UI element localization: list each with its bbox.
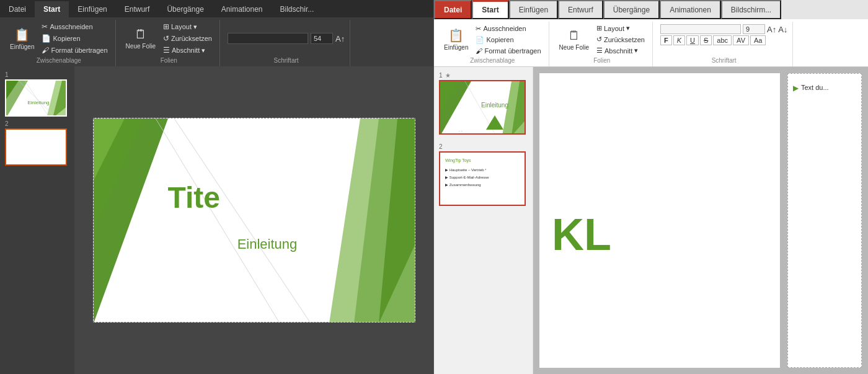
layout-chevron-right: ▾ (626, 24, 630, 32)
format-uebertragen-btn-left[interactable]: 🖌 Format übertragen (39, 45, 110, 56)
tab-animationen-right[interactable]: Animationen (660, 0, 721, 19)
tab-animationen-left[interactable]: Animationen (213, 1, 272, 17)
slide-thumb-2-left[interactable]: 2 (5, 120, 69, 166)
svg-text:WingTip Toys: WingTip Toys (445, 158, 471, 163)
tab-bildschirm-right[interactable]: Bildschirm... (721, 0, 781, 19)
ribbon-group-folien-left: 🗒 Neue Folie ⊞ Layout ▾ ↺ Zurücksetzen ☰ (118, 20, 220, 66)
slides-area-left: 1 Einleitung 2 (0, 66, 433, 374)
svg-rect-8 (6, 130, 67, 166)
slide-thumbnails-right: 1 ★ Einleitung - - (434, 67, 533, 374)
ribbon-group-zwischenablage-right: 📋 Einfügen ✂ Ausschneiden 📄 Kopieren 🖌 F… (436, 22, 549, 66)
slide-canvas-kl-right[interactable]: KL (539, 73, 780, 368)
bold-btn-right[interactable]: F (660, 35, 672, 45)
tab-start-right[interactable]: Start (472, 0, 508, 19)
zwischenablage-label-left: Zwischenablage (7, 56, 110, 64)
slide-text-canvas-right[interactable]: ▶ Text du... (787, 73, 862, 368)
section-icon-left: ☰ (163, 46, 170, 55)
schriftart-inputs-right: A↑ A↓ F K U S abc AV Aa (660, 23, 787, 47)
schriftart-label-left: Schriftart (228, 56, 345, 64)
font-row-2-right: F K U S abc AV Aa (660, 35, 787, 45)
spacing-btn-right[interactable]: AV (733, 35, 749, 45)
tab-datei-right[interactable]: Datei (434, 0, 472, 19)
strikethrough-btn-right[interactable]: S (700, 35, 712, 45)
slide-kl-svg-right: KL (539, 73, 780, 368)
clipboard-actions-right: ✂ Ausschneiden 📄 Kopieren 🖌 Format übert… (473, 24, 543, 56)
slide-2-svg-left (6, 130, 67, 166)
format-uebertragen-btn-right[interactable]: 🖌 Format übertragen (473, 46, 543, 56)
slide-canvas-left[interactable]: Einleitung Tite (93, 118, 415, 323)
slide-thumb-img-1-left: Einleitung (5, 79, 67, 117)
layout-chevron-left: ▾ (193, 23, 197, 31)
abschnitt-btn-right[interactable]: ☰ Abschnitt ▾ (594, 45, 647, 56)
kopieren-btn-right[interactable]: 📄 Kopieren (473, 35, 543, 45)
ribbon-group-folien-right: 🗒 Neue Folie ⊞ Layout ▾ ↺ Zurücksetzen ☰ (552, 22, 653, 66)
layout-btn-left[interactable]: ⊞ Layout ▾ (161, 21, 215, 32)
slide-thumbnails-left: 1 Einleitung 2 (0, 66, 74, 374)
svg-text:▶ Zusammenfassung: ▶ Zusammenfassung (445, 183, 481, 187)
slide-number-2-right: 2 (439, 143, 528, 150)
main-area-right: KL ▶ Text du... (533, 67, 868, 374)
font-grow-btn-left[interactable]: A↑ (335, 34, 345, 43)
underline-btn-right[interactable]: U (686, 35, 699, 45)
ribbon-group-schriftart-left: A↑ Schriftart (223, 20, 350, 66)
tab-einfuegen-left[interactable]: Einfügen (69, 1, 115, 17)
font-name-input-left[interactable] (228, 33, 308, 44)
slide-2-svg-right: WingTip Toys ▶ Hauptseite – Vertrieb ¹ ▶… (440, 153, 526, 206)
ausschneiden-btn-right[interactable]: ✂ Ausschneiden (473, 24, 543, 34)
slide-thumb-1-right[interactable]: 1 ★ Einleitung - - (439, 72, 528, 135)
ausschneiden-btn-left[interactable]: ✂ Ausschneiden (39, 21, 110, 32)
text-du-area: ▶ Text du... (793, 84, 856, 92)
main-slide-area-left: Einleitung Tite (74, 66, 433, 374)
reset-icon-left: ↺ (163, 34, 169, 43)
slide-number-1-left: 1 (5, 71, 69, 78)
scissors-icon-left: ✂ (42, 22, 48, 31)
folien-content-left: 🗒 Neue Folie ⊞ Layout ▾ ↺ Zurücksetzen ☰ (123, 21, 215, 56)
kopieren-btn-left[interactable]: 📄 Kopieren (39, 33, 110, 44)
paste-icon-left: 📋 (14, 27, 30, 42)
font-name-input-right[interactable] (660, 24, 741, 34)
font-size-input-left[interactable] (311, 33, 333, 44)
zuruecksetzen-btn-left[interactable]: ↺ Zurücksetzen (161, 33, 215, 44)
ribbon-content-left: 📋 Einfügen ✂ Ausschneiden 📄 Kopieren 🖌 F… (0, 17, 433, 66)
svg-text:▶ Hauptseite – Vertrieb ¹: ▶ Hauptseite – Vertrieb ¹ (445, 168, 486, 172)
arrow-icon-right: ▶ (793, 84, 799, 92)
tab-einfuegen-right[interactable]: Einfügen (509, 0, 558, 19)
folie-actions-right: ⊞ Layout ▾ ↺ Zurücksetzen ☰ Abschnitt ▾ (594, 23, 647, 56)
font-shrink-btn-right[interactable]: A↓ (778, 25, 787, 34)
right-panel: Datei Start Einfügen Entwurf Übergänge A… (434, 0, 868, 374)
slide-thumb-2-right[interactable]: 2 WingTip Toys ▶ Hauptseite – Vertrieb ¹… (439, 143, 528, 206)
einfuegen-btn-right[interactable]: 📋 Einfügen (441, 27, 471, 52)
tab-uebergaenge-left[interactable]: Übergänge (158, 1, 212, 17)
zwischenablage-label-right: Zwischenablage (441, 56, 544, 64)
tab-entwurf-left[interactable]: Entwurf (116, 1, 159, 17)
folien-label-left: Folien (123, 56, 215, 64)
slide-main-svg-left: Einleitung (94, 118, 415, 323)
tab-start-left[interactable]: Start (35, 1, 69, 17)
svg-text:- -: - - (459, 129, 463, 133)
reset-icon-right: ↺ (596, 35, 602, 43)
tab-datei-left[interactable]: Datei (0, 1, 35, 17)
schriftart-label-right: Schriftart (660, 56, 787, 64)
einfuegen-btn-left[interactable]: 📋 Einfügen (7, 26, 37, 51)
slide-thumb-1-left[interactable]: 1 Einleitung (5, 71, 69, 117)
font-grow-btn-right[interactable]: A↑ (767, 25, 776, 34)
zwischenablage-content-right: 📋 Einfügen ✂ Ausschneiden 📄 Kopieren 🖌 F… (441, 23, 544, 56)
svg-text:Einleitung: Einleitung (481, 102, 508, 109)
slide-title-text-left: Tite (168, 180, 220, 215)
abschnitt-btn-left[interactable]: ☰ Abschnitt ▾ (161, 45, 215, 56)
svg-text:▶ Support-E-Mail-Adresse: ▶ Support-E-Mail-Adresse (445, 176, 489, 179)
neue-folie-btn-left[interactable]: 🗒 Neue Folie (123, 26, 158, 51)
layout-icon-left: ⊞ (163, 22, 169, 31)
layout-btn-right[interactable]: ⊞ Layout ▾ (594, 23, 647, 33)
slides-area-right: 1 ★ Einleitung - - (434, 67, 868, 374)
neue-folie-btn-right[interactable]: 🗒 Neue Folie (557, 27, 591, 52)
font-decrease-btn-right[interactable]: abc (713, 35, 732, 45)
italic-btn-right[interactable]: K (673, 35, 685, 45)
tab-bildschirm-left[interactable]: Bildschir... (272, 1, 323, 17)
tab-uebergaenge-right[interactable]: Übergänge (603, 0, 660, 19)
case-btn-right[interactable]: Aa (750, 35, 766, 45)
zuruecksetzen-btn-right[interactable]: ↺ Zurücksetzen (594, 34, 647, 45)
tab-entwurf-right[interactable]: Entwurf (558, 0, 603, 19)
font-size-input-right[interactable] (743, 24, 765, 34)
slide-thumb-img-2-right: WingTip Toys ▶ Hauptseite – Vertrieb ¹ ▶… (439, 151, 526, 206)
